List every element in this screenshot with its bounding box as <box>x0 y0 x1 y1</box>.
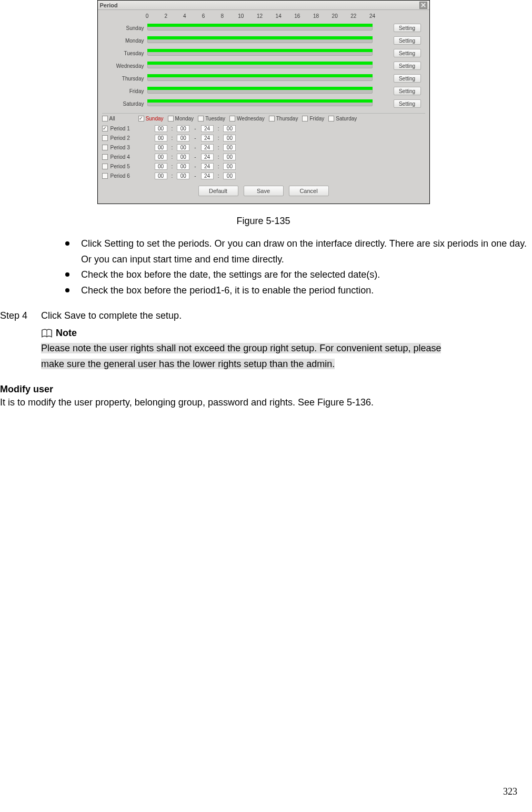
save-button[interactable]: Save <box>244 186 284 196</box>
checkbox[interactable] <box>168 116 174 121</box>
end-minute-input[interactable]: 00 <box>223 172 236 179</box>
day-row: SundaySetting <box>102 22 425 34</box>
schedule-bar[interactable] <box>147 74 373 83</box>
schedule-bar[interactable] <box>147 99 373 108</box>
day-label: Thursday <box>102 76 147 82</box>
period-label: Period 6 <box>111 173 139 179</box>
end-hour-input[interactable]: 24 <box>201 135 214 141</box>
weekday-checkbox[interactable]: Sunday <box>138 116 164 121</box>
day-label: Tuesday <box>102 50 147 56</box>
weekday-checkbox[interactable]: Wednesday <box>229 116 265 121</box>
weekday-checkbox[interactable]: Thursday <box>269 116 298 121</box>
period-row: Period 400:00-24:00 <box>102 152 425 161</box>
schedule-bar[interactable] <box>147 36 373 45</box>
day-label: Saturday <box>102 101 147 107</box>
cancel-button[interactable]: Cancel <box>289 186 329 196</box>
section-heading: Modify user <box>0 384 527 395</box>
start-hour-input[interactable]: 00 <box>155 125 167 132</box>
axis-tick: 6 <box>202 13 205 19</box>
checkbox[interactable] <box>198 116 204 121</box>
period-checkbox[interactable] <box>102 173 108 179</box>
start-hour-input[interactable]: 00 <box>155 163 167 170</box>
day-row: MondaySetting <box>102 34 425 47</box>
start-minute-input[interactable]: 00 <box>177 125 189 132</box>
weekday-select-bar: AllSundayMondayTuesdayWednesdayThursdayF… <box>102 113 425 123</box>
checkbox-label: Saturday <box>336 116 357 121</box>
weekday-checkbox[interactable]: Friday <box>302 116 324 121</box>
axis-tick: 12 <box>257 13 263 19</box>
checkbox[interactable] <box>138 116 144 121</box>
period-dialog: Period 024681012141618202224 SundaySetti… <box>97 0 430 204</box>
start-minute-input[interactable]: 00 <box>177 154 189 160</box>
period-checkbox[interactable] <box>102 154 108 160</box>
close-icon[interactable] <box>419 2 427 9</box>
end-hour-input[interactable]: 24 <box>201 144 214 151</box>
setting-button[interactable]: Setting <box>394 87 421 95</box>
period-checkbox[interactable] <box>102 135 108 141</box>
period-label: Period 1 <box>111 126 139 131</box>
start-hour-input[interactable]: 00 <box>155 135 167 141</box>
note-line: Please note the user rights shall not ex… <box>41 343 441 353</box>
page-number: 323 <box>503 786 517 797</box>
setting-button[interactable]: Setting <box>394 24 421 32</box>
day-row: TuesdaySetting <box>102 47 425 59</box>
list-item: Check the box before the period1-6, it i… <box>62 283 527 299</box>
schedule-bar[interactable] <box>147 62 373 70</box>
day-label: Friday <box>102 88 147 94</box>
day-row: FridaySetting <box>102 85 425 97</box>
setting-button[interactable]: Setting <box>394 36 421 45</box>
end-hour-input[interactable]: 24 <box>201 154 214 160</box>
end-hour-input[interactable]: 24 <box>201 163 214 170</box>
note-line: make sure the general user has the lower… <box>41 359 335 369</box>
weekday-checkbox[interactable]: Saturday <box>328 116 357 121</box>
weekday-checkbox[interactable]: Monday <box>168 116 194 121</box>
list-item: Check the box before the date, the setti… <box>62 267 527 283</box>
default-button[interactable]: Default <box>198 186 238 196</box>
checkbox[interactable] <box>102 116 108 121</box>
checkbox[interactable] <box>229 116 235 121</box>
schedule-bar[interactable] <box>147 49 373 57</box>
end-minute-input[interactable]: 00 <box>223 125 236 132</box>
end-minute-input[interactable]: 00 <box>223 144 236 151</box>
setting-button[interactable]: Setting <box>394 99 421 108</box>
period-checkbox[interactable] <box>102 126 108 131</box>
start-hour-input[interactable]: 00 <box>155 154 167 160</box>
setting-button[interactable]: Setting <box>394 49 421 57</box>
list-item: Click Setting to set the periods. Or you… <box>62 236 527 267</box>
axis-tick: 22 <box>350 13 356 19</box>
schedule-bar[interactable] <box>147 24 373 32</box>
start-minute-input[interactable]: 00 <box>177 135 189 141</box>
setting-button[interactable]: Setting <box>394 62 421 70</box>
axis-tick: 4 <box>183 13 186 19</box>
period-label: Period 5 <box>111 164 139 169</box>
checkbox[interactable] <box>269 116 275 121</box>
period-row: Period 300:00-24:00 <box>102 143 425 152</box>
start-hour-input[interactable]: 00 <box>155 144 167 151</box>
end-minute-input[interactable]: 00 <box>223 135 236 141</box>
period-row: Period 200:00-24:00 <box>102 133 425 143</box>
end-hour-input[interactable]: 24 <box>201 125 214 132</box>
schedule-bar[interactable] <box>147 87 373 95</box>
checkbox-label: Wednesday <box>237 116 265 121</box>
start-minute-input[interactable]: 00 <box>177 163 189 170</box>
setting-button[interactable]: Setting <box>394 74 421 83</box>
axis-tick: 18 <box>313 13 319 19</box>
end-hour-input[interactable]: 24 <box>201 172 214 179</box>
checkbox[interactable] <box>302 116 308 121</box>
period-label: Period 4 <box>111 154 139 160</box>
dialog-title: Period <box>100 2 118 8</box>
period-checkbox[interactable] <box>102 164 108 169</box>
time-axis: 024681012141618202224 <box>147 13 373 21</box>
checkbox-label: All <box>109 116 115 121</box>
end-minute-input[interactable]: 00 <box>223 163 236 170</box>
start-minute-input[interactable]: 00 <box>177 144 189 151</box>
end-minute-input[interactable]: 00 <box>223 154 236 160</box>
period-label: Period 3 <box>111 145 139 150</box>
axis-tick: 14 <box>276 13 282 19</box>
all-checkbox[interactable]: All <box>102 116 115 121</box>
start-minute-input[interactable]: 00 <box>177 172 189 179</box>
checkbox[interactable] <box>328 116 334 121</box>
weekday-checkbox[interactable]: Tuesday <box>198 116 225 121</box>
start-hour-input[interactable]: 00 <box>155 172 167 179</box>
period-checkbox[interactable] <box>102 145 108 150</box>
